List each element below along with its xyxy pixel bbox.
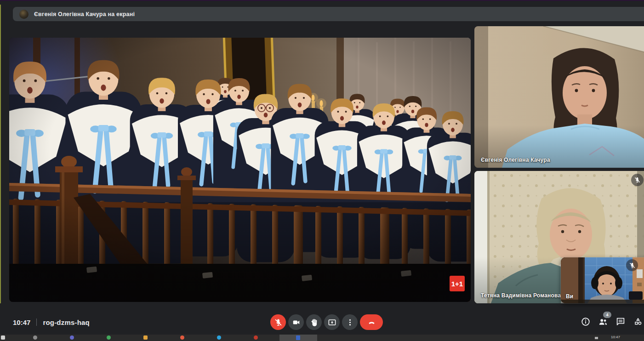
taskbar-app-icon-purple[interactable] <box>70 335 74 340</box>
windows-taskbar <box>0 335 644 341</box>
raise-hand-icon <box>310 318 319 327</box>
participant-name-label: Тетяна Вадимівна Романова <box>481 292 561 299</box>
people-icon <box>598 317 608 327</box>
taskbar-active-app[interactable] <box>279 335 317 341</box>
participant-count-badge: 4 <box>603 312 611 318</box>
raise-hand-button[interactable] <box>306 314 322 330</box>
meeting-info: 10:47 rog-dzms-haq <box>13 317 90 327</box>
meeting-details-button[interactable] <box>580 316 591 327</box>
tv-channel-watermark: 1+1 <box>450 276 465 291</box>
taskbar-search-icon[interactable] <box>33 335 37 340</box>
present-screen-icon <box>328 318 336 327</box>
taskbar-app-icon-red[interactable] <box>254 335 258 340</box>
taskbar-app-icon-blue[interactable] <box>217 335 221 340</box>
self-name-label: Ви <box>566 293 573 300</box>
self-view-tile[interactable]: Ви <box>561 257 644 303</box>
clock-time: 10:47 <box>13 318 30 326</box>
taskbar-app-icon-green[interactable] <box>107 335 111 340</box>
taskbar-clock: 10:47 <box>611 335 620 339</box>
screen-share-banner: Євгенія Олегівна Качура на екрані <box>13 7 644 21</box>
call-controls <box>270 314 383 330</box>
participant-muted-icon <box>631 174 644 186</box>
camera-toggle-button[interactable] <box>288 314 304 330</box>
present-screen-button[interactable] <box>324 314 340 330</box>
activities-button[interactable] <box>633 316 644 327</box>
participant-video <box>474 26 644 168</box>
screen-share-banner-text: Євгенія Олегівна Качура на екрані <box>34 11 135 17</box>
participant-tile-kachura[interactable]: Євгенія Олегівна Качура <box>474 26 644 168</box>
show-everyone-button[interactable]: 4 <box>598 316 609 327</box>
screen-share-video <box>9 38 471 302</box>
taskbar-app-icon-orange[interactable] <box>180 335 184 340</box>
meeting-code: rog-dzms-haq <box>43 318 90 326</box>
window-edge-highlight <box>0 5 1 303</box>
mic-toggle-button[interactable] <box>270 314 286 330</box>
window-top-strip <box>0 0 644 1</box>
meet-call-screen: { "colors": { "background": "#202124", "… <box>0 0 644 341</box>
divider <box>36 318 37 326</box>
videocam-icon <box>292 318 301 327</box>
taskbar-tray-icon[interactable] <box>595 337 598 339</box>
presenter-avatar <box>19 10 28 19</box>
taskbar-active-app-icon <box>296 335 300 340</box>
end-call-icon <box>367 318 376 327</box>
chat-button[interactable] <box>615 316 626 327</box>
taskbar-folder-icon[interactable] <box>143 335 148 340</box>
self-muted-icon <box>626 259 638 271</box>
participant-name-label: Євгенія Олегівна Качура <box>481 157 550 163</box>
activities-icon <box>633 317 643 327</box>
info-icon <box>581 317 591 327</box>
side-panel-buttons: 4 <box>580 316 644 327</box>
more-options-icon <box>346 318 354 327</box>
taskbar-start-icon[interactable] <box>1 335 5 340</box>
mic-off-icon <box>274 318 283 327</box>
chat-icon <box>616 317 626 327</box>
screen-share-tile[interactable]: 1+1 <box>9 38 471 302</box>
end-call-button[interactable] <box>360 314 383 330</box>
more-options-button[interactable] <box>342 314 358 330</box>
